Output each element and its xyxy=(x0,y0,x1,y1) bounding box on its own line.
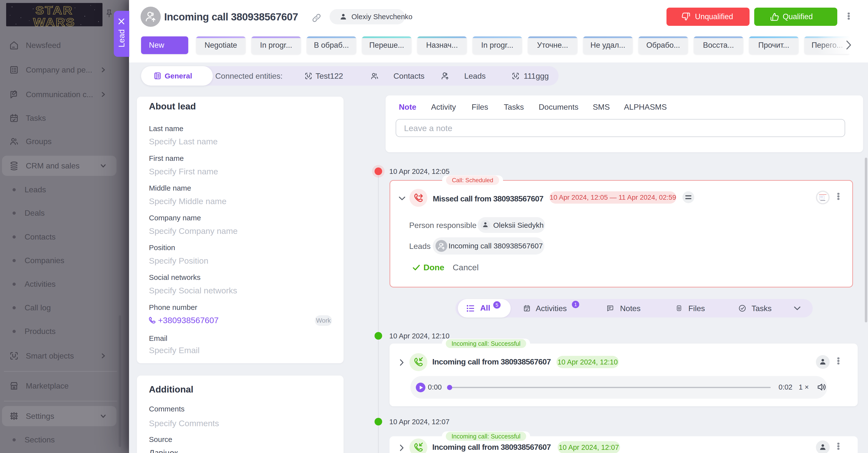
svg-text:STAR: STAR xyxy=(35,4,73,17)
svg-text:WARS: WARS xyxy=(33,16,75,26)
